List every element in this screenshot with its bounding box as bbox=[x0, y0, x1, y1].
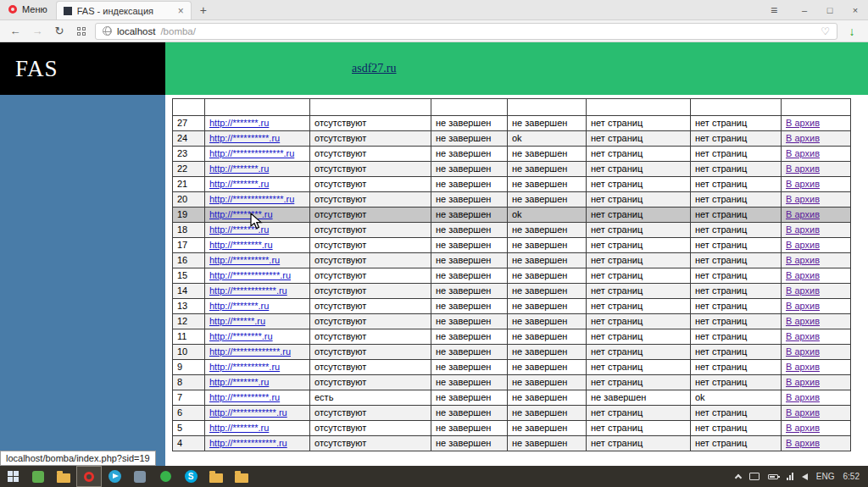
site-url-link[interactable]: http://**********.ru bbox=[209, 362, 280, 372]
site-url-link[interactable]: http://*******.ru bbox=[209, 423, 269, 433]
cell-inner-pages: отсутствуют bbox=[310, 314, 431, 329]
volume-icon[interactable] bbox=[802, 473, 808, 480]
archive-link[interactable]: В архив bbox=[786, 133, 820, 143]
archive-link[interactable]: В архив bbox=[786, 163, 820, 174]
taskbar-app-telegram[interactable] bbox=[102, 466, 127, 487]
cell-archive: В архив bbox=[782, 375, 851, 390]
reload-icon[interactable]: ↻ bbox=[51, 25, 68, 37]
archive-link[interactable]: В архив bbox=[786, 438, 820, 448]
site-url-link[interactable]: http://**************.ru bbox=[209, 148, 294, 158]
cell-url: http://*******.ru bbox=[205, 177, 310, 192]
url-host: localhost bbox=[117, 26, 155, 36]
cell-rediki-morda: не завершен bbox=[508, 299, 587, 314]
cell-id: 13 bbox=[173, 299, 205, 314]
cell-inner-pages: отсутствуют bbox=[310, 329, 431, 345]
sidebar-background bbox=[0, 95, 165, 466]
archive-link[interactable]: В архив bbox=[786, 118, 820, 128]
archive-link[interactable]: В архив bbox=[786, 224, 820, 235]
close-button[interactable]: × bbox=[843, 0, 868, 20]
archive-link[interactable]: В архив bbox=[786, 423, 820, 433]
taskbar-app-folder[interactable] bbox=[51, 466, 76, 487]
cell-inner-pages: отсутствуют bbox=[310, 147, 431, 162]
domain-link[interactable]: asdf27.ru bbox=[352, 62, 397, 75]
tab-close-icon[interactable]: × bbox=[178, 7, 184, 15]
tray-expand-icon[interactable] bbox=[735, 473, 742, 480]
cell-url: http://*******.ru bbox=[205, 375, 310, 390]
display-icon[interactable] bbox=[749, 473, 760, 480]
archive-link[interactable]: В архив bbox=[786, 392, 820, 402]
network-icon[interactable] bbox=[787, 473, 793, 480]
cell-id: 24 bbox=[173, 131, 205, 147]
speed-dial-icon[interactable] bbox=[77, 27, 86, 36]
cell-rediki-vnutryanka: нет страниц bbox=[587, 329, 691, 345]
cell-muver-morda: не завершен bbox=[431, 329, 508, 345]
taskbar-app-explorer-2[interactable] bbox=[229, 466, 254, 487]
start-button[interactable] bbox=[0, 466, 25, 487]
download-icon[interactable]: ↓ bbox=[843, 25, 861, 38]
clock[interactable]: 6:52 bbox=[843, 472, 860, 481]
site-url-link[interactable]: http://*******.ru bbox=[209, 301, 269, 311]
archive-link[interactable]: В архив bbox=[786, 316, 820, 326]
tab-favicon-icon bbox=[64, 7, 72, 15]
site-url-link[interactable]: http://******.ru bbox=[209, 316, 265, 326]
archive-link[interactable]: В архив bbox=[786, 240, 820, 250]
site-url-link[interactable]: http://*******.ru bbox=[209, 377, 269, 387]
site-url-link[interactable]: http://**********.ru bbox=[209, 133, 280, 143]
archive-link[interactable]: В архив bbox=[786, 331, 820, 341]
cell-archive: В архив bbox=[782, 268, 851, 284]
site-url-link[interactable]: http://************.ru bbox=[209, 438, 287, 448]
cell-muver-morda: не завершен bbox=[431, 314, 508, 329]
site-url-link[interactable]: http://**********.ru bbox=[209, 255, 280, 265]
cell-inner-pages: отсутствуют bbox=[310, 192, 431, 208]
site-url-link[interactable]: http://********.ru bbox=[209, 209, 273, 219]
taskbar-app-skype[interactable] bbox=[178, 466, 203, 487]
archive-link[interactable]: В архив bbox=[786, 377, 820, 387]
table-row: 11 http://********.ru отсутствуют не зав… bbox=[173, 329, 851, 345]
archive-link[interactable]: В архив bbox=[786, 346, 820, 357]
language-indicator[interactable]: ENG bbox=[816, 472, 835, 481]
site-url-link[interactable]: http://*******.ru bbox=[209, 118, 269, 128]
taskbar-app-opera[interactable] bbox=[76, 466, 102, 487]
archive-link[interactable]: В архив bbox=[786, 255, 820, 265]
maximize-button[interactable]: □ bbox=[817, 0, 843, 20]
archive-link[interactable]: В архив bbox=[786, 285, 820, 296]
archive-link[interactable]: В архив bbox=[786, 209, 820, 219]
address-input[interactable]: localhost /bomba/ ♡ bbox=[95, 23, 837, 40]
site-url-link[interactable]: http://**************.ru bbox=[209, 194, 294, 204]
site-url-link[interactable]: http://************.ru bbox=[209, 285, 287, 296]
site-url-link[interactable]: http://*************.ru bbox=[209, 346, 291, 357]
site-url-link[interactable]: http://*******.ru bbox=[209, 224, 269, 235]
opera-menu-button[interactable]: Меню bbox=[0, 0, 56, 19]
cell-url: http://**************.ru bbox=[205, 192, 310, 208]
site-url-link[interactable]: http://*******.ru bbox=[209, 179, 269, 189]
archive-link[interactable]: В архив bbox=[786, 270, 820, 280]
archive-link[interactable]: В архив bbox=[786, 301, 820, 311]
new-tab-button[interactable]: + bbox=[192, 1, 215, 19]
archive-link[interactable]: В архив bbox=[786, 407, 820, 418]
cell-rediki-vnutryanka: нет страниц bbox=[587, 116, 691, 131]
tab-menu-icon[interactable]: ≡ bbox=[761, 0, 787, 20]
taskbar-app-explorer[interactable] bbox=[203, 466, 229, 487]
minimize-button[interactable]: – bbox=[792, 0, 817, 20]
site-url-link[interactable]: http://*************.ru bbox=[209, 270, 291, 280]
site-url-link[interactable]: http://**********.ru bbox=[209, 392, 280, 402]
taskbar-app-gray[interactable] bbox=[127, 466, 153, 487]
site-url-link[interactable]: http://********.ru bbox=[209, 331, 273, 341]
site-url-link[interactable]: http://*******.ru bbox=[209, 163, 269, 174]
archive-link[interactable]: В архив bbox=[786, 179, 820, 189]
cell-ping-vnutryanka: нет страниц bbox=[691, 314, 782, 329]
forward-icon[interactable]: → bbox=[29, 25, 46, 37]
site-url-link[interactable]: http://************.ru bbox=[209, 407, 287, 418]
battery-icon[interactable] bbox=[768, 474, 778, 479]
archive-link[interactable]: В архив bbox=[786, 194, 820, 204]
browser-tab-active[interactable]: FAS - индексация × bbox=[56, 1, 192, 19]
cell-id: 5 bbox=[173, 421, 205, 436]
bookmark-heart-icon[interactable]: ♡ bbox=[821, 25, 830, 37]
site-url-link[interactable]: http://********.ru bbox=[209, 240, 273, 250]
archive-link[interactable]: В архив bbox=[786, 362, 820, 372]
archive-link[interactable]: В архив bbox=[786, 148, 820, 158]
taskbar-app-green[interactable] bbox=[25, 466, 51, 487]
taskbar-app-green-dot[interactable] bbox=[153, 466, 178, 487]
cell-ping-vnutryanka: нет страниц bbox=[691, 116, 782, 131]
back-icon[interactable]: ← bbox=[7, 25, 24, 37]
